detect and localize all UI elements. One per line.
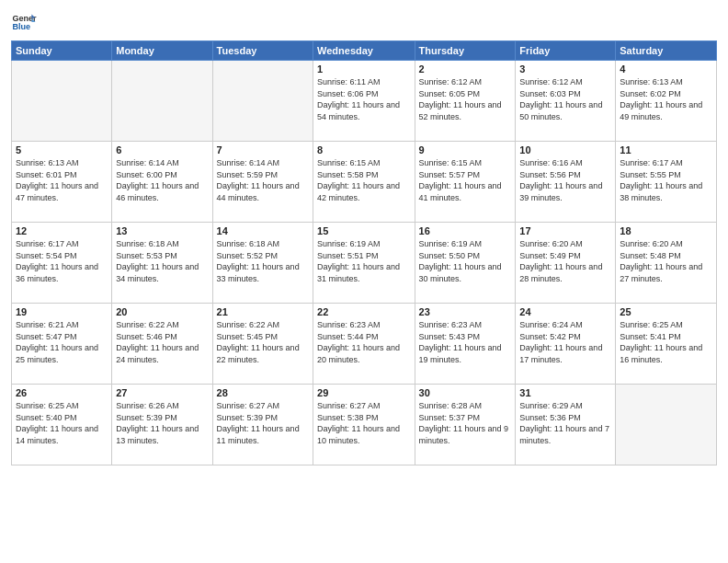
calendar-header-monday: Monday — [112, 41, 212, 61]
day-info: Sunrise: 6:26 AMSunset: 5:39 PMDaylight:… — [116, 400, 208, 446]
calendar-cell: 23Sunrise: 6:23 AMSunset: 5:43 PMDayligh… — [415, 304, 516, 385]
day-number: 1 — [317, 63, 410, 75]
day-number: 25 — [620, 306, 712, 317]
calendar-week-2: 5Sunrise: 6:13 AMSunset: 6:01 PMDaylight… — [12, 142, 717, 223]
day-number: 31 — [519, 387, 611, 398]
day-number: 22 — [317, 306, 410, 317]
calendar-cell: 25Sunrise: 6:25 AMSunset: 5:41 PMDayligh… — [616, 304, 717, 385]
calendar-cell: 20Sunrise: 6:22 AMSunset: 5:46 PMDayligh… — [112, 304, 212, 385]
day-info: Sunrise: 6:21 AMSunset: 5:47 PMDaylight:… — [16, 319, 108, 365]
calendar-cell: 17Sunrise: 6:20 AMSunset: 5:49 PMDayligh… — [516, 223, 616, 304]
calendar-cell: 7Sunrise: 6:14 AMSunset: 5:59 PMDaylight… — [212, 142, 313, 223]
calendar-cell: 4Sunrise: 6:13 AMSunset: 6:02 PMDaylight… — [616, 61, 717, 142]
calendar-header-sunday: Sunday — [12, 41, 112, 61]
day-info: Sunrise: 6:22 AMSunset: 5:45 PMDaylight:… — [217, 319, 309, 365]
day-number: 10 — [519, 144, 611, 155]
calendar-header-wednesday: Wednesday — [313, 41, 415, 61]
day-number: 27 — [116, 387, 208, 398]
day-info: Sunrise: 6:28 AMSunset: 5:37 PMDaylight:… — [419, 400, 512, 446]
calendar-header-tuesday: Tuesday — [212, 41, 313, 61]
day-number: 16 — [419, 225, 512, 236]
day-number: 7 — [217, 144, 309, 155]
day-info: Sunrise: 6:17 AMSunset: 5:55 PMDaylight:… — [620, 157, 712, 203]
day-info: Sunrise: 6:25 AMSunset: 5:41 PMDaylight:… — [620, 319, 712, 365]
day-info: Sunrise: 6:27 AMSunset: 5:39 PMDaylight:… — [217, 400, 309, 446]
day-info: Sunrise: 6:27 AMSunset: 5:38 PMDaylight:… — [317, 400, 410, 446]
day-number: 21 — [217, 306, 309, 317]
day-number: 17 — [519, 225, 611, 236]
calendar-cell — [12, 61, 112, 142]
calendar-cell: 12Sunrise: 6:17 AMSunset: 5:54 PMDayligh… — [12, 223, 112, 304]
calendar-cell: 24Sunrise: 6:24 AMSunset: 5:42 PMDayligh… — [516, 304, 616, 385]
day-number: 8 — [317, 144, 410, 155]
day-number: 24 — [519, 306, 611, 317]
calendar-week-4: 19Sunrise: 6:21 AMSunset: 5:47 PMDayligh… — [12, 304, 717, 385]
calendar-table: SundayMondayTuesdayWednesdayThursdayFrid… — [11, 40, 717, 465]
day-info: Sunrise: 6:13 AMSunset: 6:01 PMDaylight:… — [16, 157, 108, 203]
calendar-cell: 31Sunrise: 6:29 AMSunset: 5:36 PMDayligh… — [516, 385, 616, 465]
calendar-cell — [112, 61, 212, 142]
day-number: 20 — [116, 306, 208, 317]
calendar-cell: 8Sunrise: 6:15 AMSunset: 5:58 PMDaylight… — [313, 142, 415, 223]
day-info: Sunrise: 6:14 AMSunset: 5:59 PMDaylight:… — [217, 157, 309, 203]
svg-text:Blue: Blue — [12, 22, 30, 31]
calendar-header-friday: Friday — [516, 41, 616, 61]
day-number: 30 — [419, 387, 512, 398]
calendar-cell: 27Sunrise: 6:26 AMSunset: 5:39 PMDayligh… — [112, 385, 212, 465]
calendar-cell: 16Sunrise: 6:19 AMSunset: 5:50 PMDayligh… — [415, 223, 516, 304]
day-number: 29 — [317, 387, 410, 398]
day-info: Sunrise: 6:12 AMSunset: 6:03 PMDaylight:… — [519, 76, 611, 122]
calendar-cell: 28Sunrise: 6:27 AMSunset: 5:39 PMDayligh… — [212, 385, 313, 465]
calendar-cell: 3Sunrise: 6:12 AMSunset: 6:03 PMDaylight… — [516, 61, 616, 142]
day-number: 11 — [620, 144, 712, 155]
day-info: Sunrise: 6:25 AMSunset: 5:40 PMDaylight:… — [16, 400, 108, 446]
calendar-week-5: 26Sunrise: 6:25 AMSunset: 5:40 PMDayligh… — [12, 385, 717, 465]
calendar-cell: 22Sunrise: 6:23 AMSunset: 5:44 PMDayligh… — [313, 304, 415, 385]
day-number: 15 — [317, 225, 410, 236]
day-info: Sunrise: 6:16 AMSunset: 5:56 PMDaylight:… — [519, 157, 611, 203]
day-info: Sunrise: 6:19 AMSunset: 5:51 PMDaylight:… — [317, 238, 410, 284]
calendar-cell: 30Sunrise: 6:28 AMSunset: 5:37 PMDayligh… — [415, 385, 516, 465]
calendar-cell: 2Sunrise: 6:12 AMSunset: 6:05 PMDaylight… — [415, 61, 516, 142]
day-info: Sunrise: 6:19 AMSunset: 5:50 PMDaylight:… — [419, 238, 512, 284]
day-info: Sunrise: 6:18 AMSunset: 5:53 PMDaylight:… — [116, 238, 208, 284]
main-container: General Blue SundayMondayTuesdayWednesda… — [0, 0, 728, 563]
calendar-cell: 19Sunrise: 6:21 AMSunset: 5:47 PMDayligh… — [12, 304, 112, 385]
logo: General Blue — [11, 9, 37, 35]
day-number: 5 — [16, 144, 108, 155]
day-info: Sunrise: 6:20 AMSunset: 5:48 PMDaylight:… — [620, 238, 712, 284]
day-info: Sunrise: 6:13 AMSunset: 6:02 PMDaylight:… — [620, 76, 712, 122]
day-info: Sunrise: 6:18 AMSunset: 5:52 PMDaylight:… — [217, 238, 309, 284]
calendar-cell: 6Sunrise: 6:14 AMSunset: 6:00 PMDaylight… — [112, 142, 212, 223]
calendar-header-thursday: Thursday — [415, 41, 516, 61]
calendar-cell: 1Sunrise: 6:11 AMSunset: 6:06 PMDaylight… — [313, 61, 415, 142]
day-info: Sunrise: 6:17 AMSunset: 5:54 PMDaylight:… — [16, 238, 108, 284]
calendar-cell: 13Sunrise: 6:18 AMSunset: 5:53 PMDayligh… — [112, 223, 212, 304]
logo-icon: General Blue — [11, 9, 37, 35]
day-number: 4 — [620, 63, 712, 75]
calendar-header-row: SundayMondayTuesdayWednesdayThursdayFrid… — [12, 41, 717, 61]
day-number: 3 — [519, 63, 611, 75]
day-info: Sunrise: 6:24 AMSunset: 5:42 PMDaylight:… — [519, 319, 611, 365]
calendar-cell: 5Sunrise: 6:13 AMSunset: 6:01 PMDaylight… — [12, 142, 112, 223]
day-info: Sunrise: 6:20 AMSunset: 5:49 PMDaylight:… — [519, 238, 611, 284]
header: General Blue — [11, 9, 717, 35]
calendar-cell: 10Sunrise: 6:16 AMSunset: 5:56 PMDayligh… — [516, 142, 616, 223]
calendar-cell — [616, 385, 717, 465]
day-number: 13 — [116, 225, 208, 236]
day-number: 23 — [419, 306, 512, 317]
day-info: Sunrise: 6:11 AMSunset: 6:06 PMDaylight:… — [317, 76, 410, 122]
day-number: 28 — [217, 387, 309, 398]
day-info: Sunrise: 6:23 AMSunset: 5:43 PMDaylight:… — [419, 319, 512, 365]
calendar-cell: 11Sunrise: 6:17 AMSunset: 5:55 PMDayligh… — [616, 142, 717, 223]
day-number: 14 — [217, 225, 309, 236]
day-info: Sunrise: 6:29 AMSunset: 5:36 PMDaylight:… — [519, 400, 611, 446]
calendar-header-saturday: Saturday — [616, 41, 717, 61]
calendar-cell: 9Sunrise: 6:15 AMSunset: 5:57 PMDaylight… — [415, 142, 516, 223]
day-info: Sunrise: 6:14 AMSunset: 6:00 PMDaylight:… — [116, 157, 208, 203]
calendar-week-1: 1Sunrise: 6:11 AMSunset: 6:06 PMDaylight… — [12, 61, 717, 142]
calendar-cell: 14Sunrise: 6:18 AMSunset: 5:52 PMDayligh… — [212, 223, 313, 304]
day-info: Sunrise: 6:15 AMSunset: 5:58 PMDaylight:… — [317, 157, 410, 203]
calendar-cell: 15Sunrise: 6:19 AMSunset: 5:51 PMDayligh… — [313, 223, 415, 304]
day-number: 12 — [16, 225, 108, 236]
